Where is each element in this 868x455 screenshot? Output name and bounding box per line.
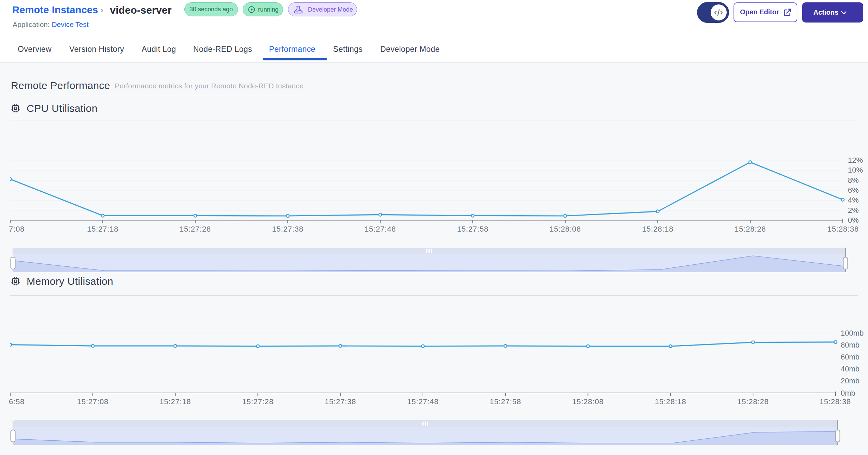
- svg-text:40mb: 40mb: [841, 365, 859, 373]
- svg-text:15:28:08: 15:28:08: [572, 397, 604, 406]
- svg-text:60mb: 60mb: [841, 353, 859, 361]
- svg-text:7:08: 7:08: [9, 225, 25, 233]
- svg-text:12%: 12%: [848, 156, 863, 164]
- svg-text:15:27:08: 15:27:08: [77, 397, 109, 406]
- svg-text:4%: 4%: [848, 196, 859, 204]
- svg-text:8%: 8%: [848, 176, 859, 185]
- svg-text:6:58: 6:58: [9, 397, 25, 406]
- svg-text:20mb: 20mb: [841, 377, 859, 385]
- svg-text:15:28:18: 15:28:18: [642, 225, 673, 233]
- svg-text:15:27:28: 15:27:28: [242, 397, 273, 406]
- svg-text:15:27:18: 15:27:18: [160, 397, 191, 406]
- svg-text:15:27:28: 15:27:28: [180, 225, 211, 233]
- svg-text:80mb: 80mb: [841, 341, 859, 349]
- svg-text:15:28:38: 15:28:38: [820, 397, 851, 406]
- svg-text:15:27:48: 15:27:48: [365, 225, 396, 233]
- svg-text:15:28:38: 15:28:38: [827, 225, 859, 233]
- svg-text:15:27:58: 15:27:58: [490, 397, 521, 406]
- svg-text:15:28:18: 15:28:18: [655, 397, 686, 406]
- svg-text:0mb: 0mb: [841, 389, 855, 397]
- svg-text:10%: 10%: [848, 166, 863, 174]
- svg-text:15:27:38: 15:27:38: [325, 397, 356, 406]
- svg-text:15:27:18: 15:27:18: [87, 225, 118, 233]
- svg-text:100mb: 100mb: [841, 329, 864, 337]
- svg-text:6%: 6%: [848, 186, 859, 194]
- svg-text:15:28:28: 15:28:28: [735, 225, 766, 233]
- svg-text:2%: 2%: [848, 206, 859, 215]
- svg-text:15:28:28: 15:28:28: [737, 397, 769, 406]
- svg-text:15:27:38: 15:27:38: [272, 225, 303, 233]
- svg-text:15:27:58: 15:27:58: [457, 225, 488, 233]
- svg-text:15:27:48: 15:27:48: [407, 397, 439, 406]
- svg-text:15:28:08: 15:28:08: [550, 225, 581, 233]
- svg-text:0%: 0%: [848, 216, 859, 224]
